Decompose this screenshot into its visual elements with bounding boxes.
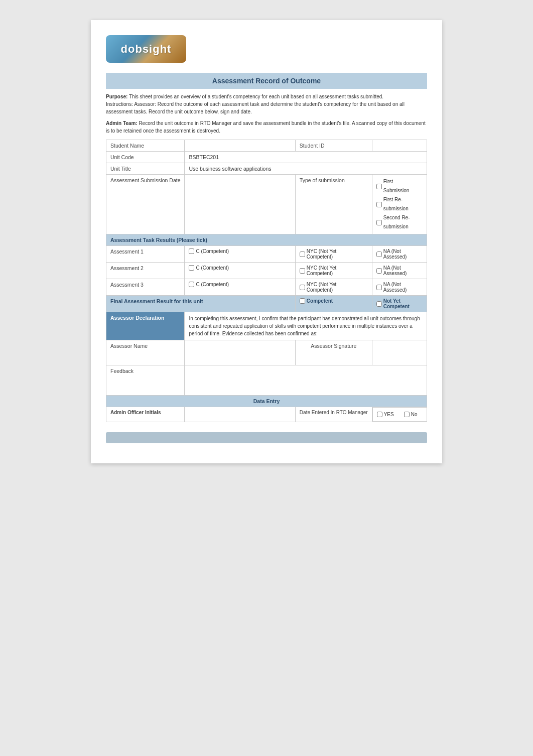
assessment-2-na[interactable]: NA (Not Assessed) bbox=[372, 263, 427, 279]
a2-competent[interactable]: C (Competent) bbox=[189, 265, 229, 271]
admin-team-text: Admin Team: Record the unit outcome in R… bbox=[106, 119, 427, 135]
a2-na[interactable]: NA (Not Assessed) bbox=[376, 265, 418, 276]
first-resubmission-label: First Re-submission bbox=[383, 195, 418, 213]
a3-na-checkbox[interactable] bbox=[376, 285, 382, 290]
feedback-label: Feedback bbox=[106, 365, 185, 396]
a1-competent[interactable]: C (Competent) bbox=[189, 248, 229, 254]
a2-nyc[interactable]: NYC (Not Yet Competent) bbox=[300, 265, 363, 276]
intro-text: Purpose: This sheet provides an overview… bbox=[106, 93, 427, 115]
second-resubmission-option[interactable]: Second Re-submission bbox=[376, 213, 418, 231]
assessor-declaration-text: In completing this assessment, I confirm… bbox=[185, 312, 427, 340]
a3-competent[interactable]: C (Competent) bbox=[189, 282, 229, 287]
date-entered-label: Date Entered In RTO Manager bbox=[295, 407, 372, 422]
unit-code-label: Unit Code bbox=[106, 152, 185, 163]
admin-officer-initials-value[interactable] bbox=[185, 407, 295, 422]
assessment-task-results-label: Assessment Task Results (Please tick) bbox=[106, 234, 427, 246]
final-nyc-option[interactable]: Not Yet Competent bbox=[372, 296, 427, 312]
student-name-row: Student Name Student ID bbox=[106, 140, 427, 152]
unit-code-value: BSBTEC201 bbox=[185, 152, 427, 163]
no-option[interactable]: No bbox=[404, 412, 418, 417]
student-id-label: Student ID bbox=[295, 140, 372, 152]
student-id-value[interactable] bbox=[372, 140, 427, 152]
page-title: Assessment Record of Outcome bbox=[106, 73, 427, 89]
final-nyc-label: Not Yet Competent bbox=[383, 298, 418, 309]
a3-nyc[interactable]: NYC (Not Yet Competent) bbox=[300, 282, 363, 293]
second-resubmission-label: Second Re-submission bbox=[383, 213, 418, 231]
assessor-name-value[interactable] bbox=[185, 340, 295, 365]
first-submission-checkbox[interactable] bbox=[376, 184, 382, 189]
admin-officer-row: Admin Officer Initials Date Entered In R… bbox=[106, 407, 427, 422]
assessment-1-na[interactable]: NA (Not Assessed) bbox=[372, 246, 427, 263]
a2-na-checkbox[interactable] bbox=[376, 268, 382, 274]
no-checkbox[interactable] bbox=[404, 412, 410, 417]
assessment-2-row: Assessment 2 C (Competent) NYC (Not Yet … bbox=[106, 263, 427, 279]
final-competent-checkbox[interactable] bbox=[300, 298, 305, 304]
final-competent-label: Competent bbox=[307, 298, 333, 304]
assessment-2-label: Assessment 2 bbox=[106, 263, 185, 279]
assessor-name-row: Assessor Name Assessor Signature bbox=[106, 340, 427, 365]
instructions-text: Instructions: Assessor: Record the outco… bbox=[106, 101, 405, 114]
student-name-label: Student Name bbox=[106, 140, 185, 152]
final-nyc-checkbox[interactable] bbox=[376, 301, 382, 307]
purpose-label: Purpose: bbox=[106, 94, 127, 99]
final-result-label: Final Assessment Result for this unit bbox=[106, 296, 296, 312]
assessor-signature-value[interactable] bbox=[372, 340, 427, 365]
logo: dobsight bbox=[106, 35, 186, 63]
unit-title-label: Unit Title bbox=[106, 163, 185, 175]
yes-checkbox[interactable] bbox=[377, 412, 382, 417]
assessment-1-c[interactable]: C (Competent) bbox=[185, 246, 295, 263]
assessment-2-c[interactable]: C (Competent) bbox=[185, 263, 295, 279]
final-result-row: Final Assessment Result for this unit Co… bbox=[106, 296, 427, 312]
final-competent[interactable]: Competent bbox=[300, 298, 333, 304]
assessment-1-nyc[interactable]: NYC (Not Yet Competent) bbox=[295, 246, 372, 263]
a3-nyc-checkbox[interactable] bbox=[300, 285, 305, 290]
footer-bar bbox=[106, 432, 427, 443]
a1-nyc[interactable]: NYC (Not Yet Competent) bbox=[300, 248, 363, 260]
a1-competent-checkbox[interactable] bbox=[189, 248, 194, 254]
purpose-text: This sheet provides an overview of a stu… bbox=[129, 94, 383, 99]
assessment-3-label: Assessment 3 bbox=[106, 279, 185, 296]
admin-officer-initials-label: Admin Officer Initials bbox=[106, 407, 185, 422]
assessment-1-label: Assessment 1 bbox=[106, 246, 185, 263]
a3-na[interactable]: NA (Not Assessed) bbox=[376, 282, 418, 293]
submission-date-value[interactable] bbox=[185, 175, 295, 234]
logo-text: dobsight bbox=[121, 43, 172, 56]
a1-na[interactable]: NA (Not Assessed) bbox=[376, 248, 418, 260]
main-form-table: Student Name Student ID Unit Code BSBTEC… bbox=[106, 140, 427, 422]
data-entry-header-row: Data Entry bbox=[106, 396, 427, 407]
a1-nyc-checkbox[interactable] bbox=[300, 251, 305, 257]
date-entered-options: YES No bbox=[372, 407, 427, 422]
unit-title-row: Unit Title Use business software applica… bbox=[106, 163, 427, 175]
assessment-3-na[interactable]: NA (Not Assessed) bbox=[372, 279, 427, 296]
final-nyc[interactable]: Not Yet Competent bbox=[376, 298, 418, 309]
unit-code-row: Unit Code BSBTEC201 bbox=[106, 152, 427, 163]
yes-option[interactable]: YES bbox=[377, 412, 394, 417]
assessment-2-nyc[interactable]: NYC (Not Yet Competent) bbox=[295, 263, 372, 279]
first-resubmission-checkbox[interactable] bbox=[376, 202, 382, 207]
final-competent-option[interactable]: Competent bbox=[295, 296, 372, 312]
student-name-value[interactable] bbox=[185, 140, 295, 152]
submission-date-label: Assessment Submission Date bbox=[106, 175, 185, 234]
feedback-value[interactable] bbox=[185, 365, 427, 396]
first-resubmission-option[interactable]: First Re-submission bbox=[376, 195, 418, 213]
assessor-name-label: Assessor Name bbox=[106, 340, 185, 365]
assessor-signature-label: Assessor Signature bbox=[295, 340, 372, 365]
data-entry-label: Data Entry bbox=[106, 396, 427, 407]
no-label: No bbox=[411, 412, 418, 417]
assessment-3-c[interactable]: C (Competent) bbox=[185, 279, 295, 296]
first-submission-label: First Submission bbox=[383, 177, 418, 195]
admin-team-content: Record the unit outcome in RTO Manager a… bbox=[106, 120, 426, 134]
first-submission-option[interactable]: First Submission bbox=[376, 177, 418, 195]
type-of-submission-label: Type of submission bbox=[295, 175, 372, 234]
submission-row: Assessment Submission Date Type of submi… bbox=[106, 175, 427, 234]
page: dobsight Assessment Record of Outcome Pu… bbox=[91, 20, 442, 463]
second-resubmission-checkbox[interactable] bbox=[376, 220, 382, 225]
a2-competent-checkbox[interactable] bbox=[189, 265, 194, 271]
assessment-3-nyc[interactable]: NYC (Not Yet Competent) bbox=[295, 279, 372, 296]
a2-nyc-checkbox[interactable] bbox=[300, 268, 305, 274]
assessment-3-row: Assessment 3 C (Competent) NYC (Not Yet … bbox=[106, 279, 427, 296]
a1-na-checkbox[interactable] bbox=[376, 251, 382, 257]
assessor-declaration-row: Assessor Declaration In completing this … bbox=[106, 312, 427, 340]
submission-type-options: First Submission First Re-submission Sec… bbox=[372, 175, 427, 234]
a3-competent-checkbox[interactable] bbox=[189, 282, 194, 287]
